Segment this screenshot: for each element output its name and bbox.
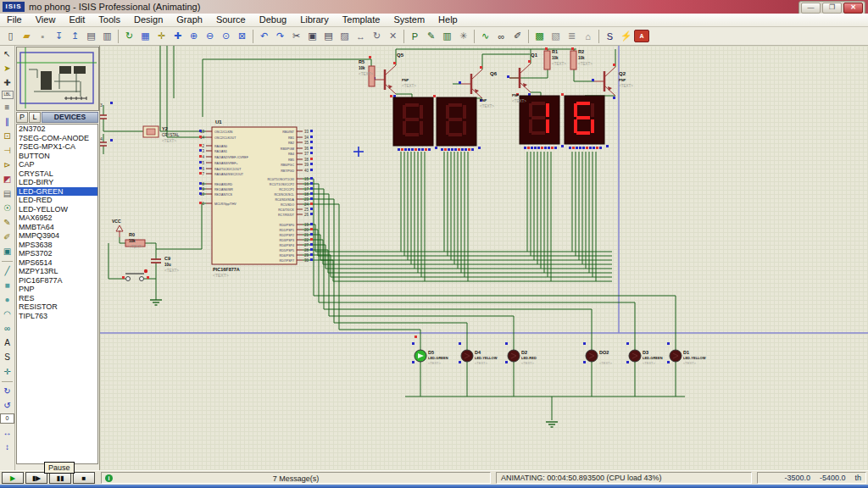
component-r5-resistor[interactable]: R510k<TEXT> [359,59,375,86]
minimize-button[interactable]: — [801,3,821,14]
undo-button[interactable]: ↶ [256,28,272,44]
property-assignment-button[interactable]: ✐ [509,28,526,44]
device-item-led-green[interactable]: LED-GREEN [17,187,97,197]
menu-item-library[interactable]: Library [293,14,336,26]
2d-marker-mode-icon[interactable]: ✛ [1,365,14,378]
junction-dot-mode-icon[interactable]: ✚ [1,76,14,89]
redraw-button[interactable]: ↻ [121,28,137,44]
2d-path-mode-icon[interactable]: ∞ [1,322,14,335]
menu-item-view[interactable]: View [29,14,63,26]
component-d3-led[interactable]: D3LED-GREEN<TEXT> [626,342,663,365]
component-y2-crystal[interactable]: Y2CRYSTAL<TEXT> [143,126,180,143]
bill-of-materials-button[interactable]: S [602,28,618,44]
device-item-resistor[interactable]: RESISTOR [17,302,97,312]
block-copy-button[interactable]: ▨ [337,28,353,44]
device-item-mmpq3904[interactable]: MMPQ3904 [17,231,97,241]
2d-box-mode-icon[interactable]: ■ [1,279,14,291]
device-item-res[interactable]: RES [17,294,97,303]
block-delete-button[interactable]: ✕ [385,28,401,44]
pick-parts-button[interactable]: P [16,112,28,123]
maximize-button[interactable]: ❐ [822,3,842,14]
component-do2-led[interactable]: DO2<TEXT> [583,342,613,365]
flip-vertical-mode-icon[interactable]: ↕ [1,441,14,453]
device-item-max6952[interactable]: MAX6952 [17,214,97,223]
terminal-mode-icon[interactable]: ⊣ [1,144,14,157]
block-move-button[interactable]: ↔ [353,28,369,44]
make-device-button[interactable]: ✎ [423,28,439,44]
component-7seg-2-display[interactable] [433,95,481,151]
pause-button[interactable]: ▮▮ [49,472,71,484]
text-script-mode-icon[interactable]: ≡ [1,101,14,114]
bus-mode-icon[interactable]: ∥ [1,115,14,128]
menu-item-help[interactable]: Help [431,14,465,26]
netlist-to-ares-button[interactable]: A [634,30,649,42]
pick-device-button[interactable]: P [407,28,423,44]
mark-output-area-button[interactable]: ▥ [99,28,115,44]
packaging-tool-button[interactable]: ▥ [439,28,455,44]
device-item-mmbta64[interactable]: MMBTA64 [17,223,97,232]
component-r0-resistor[interactable]: R010k<TEXT> [125,232,145,249]
2d-line-mode-icon[interactable]: ╱ [1,264,14,277]
stop-button[interactable]: ■ [73,472,95,484]
component-q2-transistor[interactable]: Q2PNP<TEXT> [594,67,633,96]
open-file-button[interactable]: ▰ [19,28,35,44]
current-probe-mode-icon[interactable]: ✐ [1,230,14,243]
message-panel[interactable]: i 7 Message(s) [101,472,491,484]
block-rotate-button[interactable]: ↻ [369,28,385,44]
cut-button[interactable]: ✂ [288,28,304,44]
2d-symbol-mode-icon[interactable]: S [1,351,14,363]
vcc-power-symbol[interactable]: VCC [112,219,123,237]
component-u1-pic16f877a[interactable]: U1PIC16F877A<TEXT>13OSC1/CLKIN14OSC2/CLK… [199,119,313,278]
zoom-all-button[interactable]: ⊙ [218,28,234,44]
zoom-out-button[interactable]: ⊖ [202,28,218,44]
print-button[interactable]: ▤ [83,28,99,44]
wire-label-mode-icon[interactable]: LBL [2,91,14,99]
overview-minimap[interactable] [16,47,99,111]
menu-item-edit[interactable]: Edit [62,14,92,26]
flip-horizontal-mode-icon[interactable]: ↔ [1,426,14,439]
redo-button[interactable]: ↷ [272,28,288,44]
menu-item-source[interactable]: Source [209,14,253,26]
component-d1-led[interactable]: D1LED-YELLOW<TEXT> [667,342,706,365]
device-item-pic16f877a[interactable]: PIC16F877A [17,276,97,286]
device-item-cap[interactable]: CAP [17,160,97,169]
2d-text-mode-icon[interactable]: A [1,336,14,349]
device-item-pnp[interactable]: PNP [17,285,97,294]
schematic-canvas[interactable]: U1PIC16F877A<TEXT>13OSC1/CLKIN14OSC2/CLK… [100,46,868,470]
component-r2-resistor[interactable]: R210k<TEXT> [570,49,593,69]
menu-item-file[interactable]: File [0,14,29,26]
wire-autorouter-button[interactable]: ∿ [477,28,493,44]
search-tag-button[interactable]: ∞ [493,28,509,44]
step-button[interactable]: ▮▶ [25,472,47,484]
component-d2-led[interactable]: D2LED-RED<TEXT> [505,342,537,365]
new-sheet-button[interactable]: ▩ [531,28,548,44]
component-7seg-1-display[interactable] [390,95,437,151]
import-section-button[interactable]: ↧ [51,28,67,44]
remove-sheet-button[interactable]: ▧ [548,28,564,44]
component-mode-icon[interactable]: ➤ [1,62,14,75]
design-explorer-button[interactable]: ≣ [564,28,580,44]
device-item-mps3638[interactable]: MPS3638 [17,241,97,250]
copy-button[interactable]: ▣ [304,28,320,44]
device-item-7seg-com-anode[interactable]: 7SEG-COM-ANODE [17,134,97,143]
decompose-button[interactable]: ✳ [455,28,471,44]
voltage-probe-mode-icon[interactable]: ✎ [1,216,14,229]
subcircuit-mode-icon[interactable]: ⊡ [1,130,14,142]
save-file-button[interactable]: ▪ [35,28,51,44]
menu-item-system[interactable]: System [387,14,431,26]
virtual-instrument-mode-icon[interactable]: ▣ [1,245,14,258]
rotate-anticlockwise-mode-icon[interactable]: ↺ [1,399,14,412]
device-item-led-biry[interactable]: LED-BIRY [17,178,97,187]
new-file-button[interactable]: ▯ [3,28,19,44]
device-item-led-red[interactable]: LED-RED [17,196,97,205]
zoom-area-button[interactable]: ⊠ [234,28,250,44]
library-button[interactable]: L [29,112,41,123]
selection-mode-icon[interactable]: ↖ [1,47,14,60]
component-c9-capacitor[interactable]: C910u<TEXT> [151,256,179,273]
device-item-mps6514[interactable]: MPS6514 [17,258,97,268]
component-d5-led[interactable]: D5LED-GREEN<TEXT> [412,342,448,365]
electrical-rule-check-button[interactable]: ⚡ [618,28,634,44]
menu-item-tools[interactable]: Tools [92,14,127,26]
rotation-angle-field[interactable]: 0 [0,413,14,424]
paste-button[interactable]: ▤ [320,28,337,44]
